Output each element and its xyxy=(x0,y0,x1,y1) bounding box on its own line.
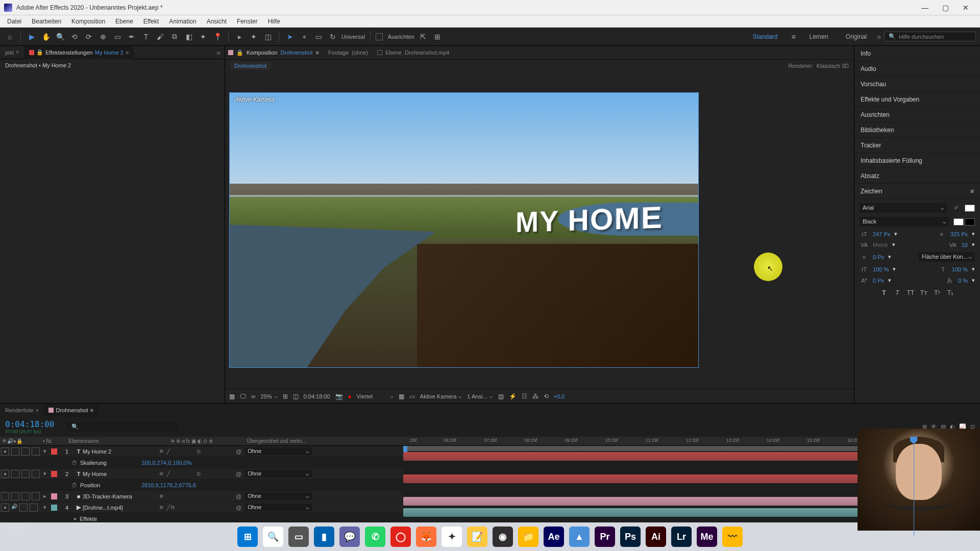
font-family-dropdown[interactable]: Arial⌵ xyxy=(860,203,947,213)
resolution-dropdown[interactable]: Viertel⌵ xyxy=(357,393,394,399)
home-icon[interactable]: ⌂ xyxy=(4,31,15,42)
panel-menu-icon[interactable]: ≡ xyxy=(126,49,129,56)
maximize-button[interactable]: ▢ xyxy=(935,0,955,15)
app-vb-icon[interactable]: ▮ xyxy=(314,527,334,547)
snapshot-icon[interactable]: 📷 xyxy=(335,393,343,400)
brush-tool-icon[interactable]: 🖌 xyxy=(155,31,166,42)
snap-opt-icon[interactable]: ⇱ xyxy=(418,31,429,42)
stopwatch-icon[interactable]: ⏱ xyxy=(71,482,77,488)
layer-row[interactable]: 🔊 ▾ 4 ▶ [Drohne...t.mp4] ✲ ╱fx @Ohne⌵ xyxy=(0,502,403,513)
workspace-overflow-icon[interactable]: » xyxy=(877,33,881,41)
workspace-standard[interactable]: Standard xyxy=(746,33,785,40)
baseline-input[interactable]: 0 Px xyxy=(873,278,884,284)
rotate-tool-icon[interactable]: ⟳ xyxy=(83,31,94,42)
panel-bibliotheken[interactable]: Bibliotheken xyxy=(854,122,980,138)
lock-icon[interactable]: 🔒 xyxy=(236,49,243,56)
fg-swatch[interactable] xyxy=(953,218,964,226)
property-row[interactable]: ⏱ Position 2810,9,1178,2,6775,6 xyxy=(0,480,403,491)
expand-icon[interactable]: ▾ xyxy=(41,504,49,511)
app-notes-icon[interactable]: 📝 xyxy=(467,527,487,547)
stamp-tool-icon[interactable]: ⧉ xyxy=(169,31,180,42)
lock-col-icon[interactable]: 🔒 xyxy=(16,438,22,444)
composition-viewer[interactable]: Aktive Kamera MY HOME ↖ xyxy=(225,71,854,389)
flowchart-icon[interactable]: ⁂ xyxy=(532,393,538,400)
snap-box-icon[interactable]: ▭ xyxy=(313,31,324,42)
workspace-menu-icon[interactable]: ≡ xyxy=(788,31,799,42)
panel-absatz[interactable]: Absatz xyxy=(854,168,980,184)
parent-dropdown[interactable]: Ohne⌵ xyxy=(244,447,312,455)
zoom-tool-icon[interactable]: 🔍 xyxy=(55,31,66,42)
parent-pickwhip-icon[interactable]: @ xyxy=(236,505,241,511)
speaker-col-icon[interactable]: 🔊 xyxy=(7,438,13,444)
bold-icon[interactable]: T xyxy=(879,288,889,297)
leading-input[interactable]: 325 Px xyxy=(950,231,968,237)
menu-komposition[interactable]: Komposition xyxy=(66,18,110,25)
label-color-icon[interactable] xyxy=(51,505,57,511)
parent-dropdown[interactable]: Ohne⌵ xyxy=(244,470,312,478)
playhead[interactable] xyxy=(914,437,914,536)
tab-renderliste[interactable]: Renderliste× xyxy=(0,404,43,417)
channel-icon[interactable]: ● xyxy=(348,393,352,400)
layer-row[interactable]: ▾ 2 T My Home ✲ ╱ ⊙ @Ohne⌵ xyxy=(0,468,403,480)
app-pr-icon[interactable]: Pr xyxy=(595,527,615,547)
panel-vorschau[interactable]: Vorschau xyxy=(854,77,980,92)
close-button[interactable]: ✕ xyxy=(955,0,976,15)
tab-effect-controls[interactable]: 🔒 Effekteinstellungen My Home 2 ≡ xyxy=(24,46,134,59)
vscale-input[interactable]: 100 % xyxy=(873,266,889,272)
parent-pickwhip-icon[interactable]: @ xyxy=(236,448,241,455)
expand-icon[interactable]: ▾ xyxy=(41,448,49,455)
panel-ausrichten[interactable]: Ausrichten xyxy=(854,107,980,122)
alpha-toggle-icon[interactable]: ▦ xyxy=(229,393,235,400)
lock-icon[interactable]: 🔒 xyxy=(36,49,43,56)
tab-project[interactable]: jekt× xyxy=(0,46,24,59)
start-button[interactable]: ⊞ xyxy=(237,527,258,547)
parent-dropdown[interactable]: Ohne⌵ xyxy=(244,492,312,500)
tsume-input[interactable]: 0 % xyxy=(958,278,968,284)
shape-tool-icon[interactable]: ▭ xyxy=(112,31,123,42)
expand-icon[interactable]: ▾ xyxy=(41,470,49,477)
app-figma-icon[interactable]: ✦ xyxy=(442,527,462,547)
eye-col-icon[interactable]: 👁 xyxy=(2,438,7,444)
zoom-dropdown[interactable]: 25%⌵ xyxy=(261,393,278,399)
text-tool-icon[interactable]: T xyxy=(140,31,152,42)
puppet-tool-icon[interactable]: 📍 xyxy=(212,31,223,42)
stroke-width-input[interactable]: 0 Px xyxy=(873,254,884,260)
parent-pickwhip-icon[interactable]: @ xyxy=(236,493,241,499)
timeline-search-input[interactable]: 🔍 xyxy=(66,422,179,431)
subscript-icon[interactable]: T₁ xyxy=(945,288,955,297)
refresh-icon[interactable]: ↻ xyxy=(327,31,338,42)
help-search-input[interactable]: 🔍 Hilfe durchsuchen xyxy=(884,32,976,41)
fast-preview-icon[interactable]: ⚡ xyxy=(509,393,517,400)
exposure-value[interactable]: +0,0 xyxy=(554,393,565,399)
tab-footage[interactable]: Footage (ohne) xyxy=(328,49,368,56)
panel-menu-icon[interactable]: ≡ xyxy=(316,49,319,56)
selection-tool-icon[interactable]: ▶ xyxy=(26,31,37,42)
label-color-icon[interactable] xyxy=(51,448,57,455)
pixel-aspect-icon[interactable]: ▤ xyxy=(498,393,504,400)
allcaps-icon[interactable]: TT xyxy=(905,288,916,297)
property-value[interactable]: 100,0,274,0,100,0% xyxy=(141,460,191,466)
panel-info[interactable]: Info xyxy=(854,46,980,61)
minimize-button[interactable]: — xyxy=(915,0,935,15)
tab-layer[interactable]: Ebene Drohnenshot.mp4 xyxy=(377,49,449,56)
app-obs-icon[interactable]: ◉ xyxy=(493,527,513,547)
timeline-icon[interactable]: ☷ xyxy=(522,393,527,400)
label-color-icon[interactable] xyxy=(51,493,57,499)
taskview-icon[interactable]: ▭ xyxy=(288,527,309,547)
fill-color-swatch[interactable] xyxy=(965,205,975,212)
app-ae-icon[interactable]: Ae xyxy=(544,527,564,547)
property-value[interactable]: 2810,9,1178,2,6775,6 xyxy=(141,482,196,488)
app-explorer-icon[interactable]: 📁 xyxy=(518,527,538,547)
monitor-icon[interactable]: 🖵 xyxy=(240,393,246,400)
label-color-icon[interactable] xyxy=(51,471,57,477)
tracking-input[interactable]: 10 xyxy=(962,242,968,248)
local-axis-icon[interactable]: ▸ xyxy=(234,31,245,42)
smallcaps-icon[interactable]: Tᴛ xyxy=(919,288,929,297)
app-ai-icon[interactable]: Ai xyxy=(646,527,666,547)
roto-tool-icon[interactable]: ✦ xyxy=(198,31,209,42)
hscale-input[interactable]: 100 % xyxy=(952,266,968,272)
orbit-tool-icon[interactable]: ⟲ xyxy=(69,31,80,42)
menu-ansicht[interactable]: Ansicht xyxy=(202,18,232,25)
add-icon[interactable]: + xyxy=(299,31,310,42)
property-row[interactable]: ⏱ Skalierung 100,0,274,0,100,0% xyxy=(0,457,403,468)
